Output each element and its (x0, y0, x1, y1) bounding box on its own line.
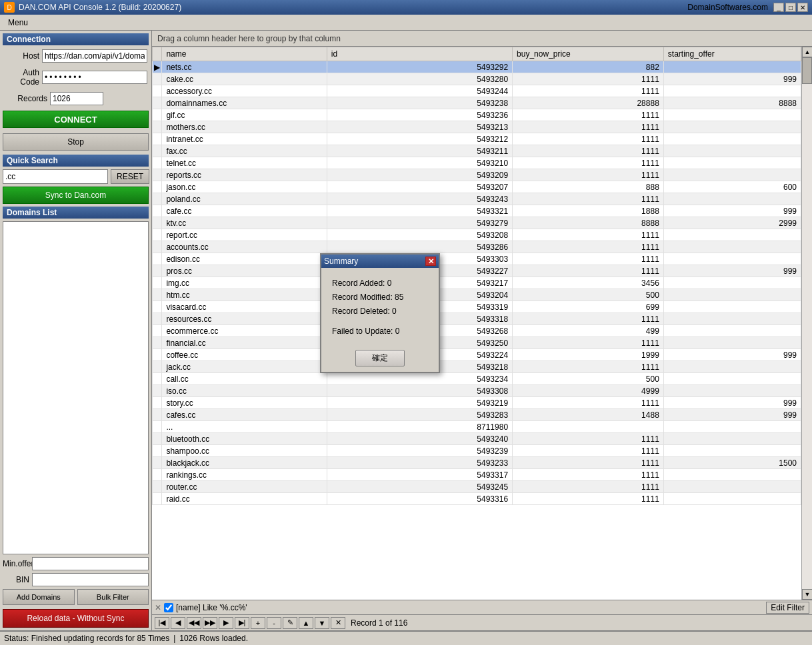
col-starting-offer[interactable]: starting_offer (663, 47, 801, 61)
table-row[interactable]: jason.cc5493207888600 (153, 181, 801, 193)
table-row[interactable]: report.cc54932081111 (153, 229, 801, 241)
vertical-scrollbar[interactable]: ▲ ▼ (801, 47, 812, 600)
table-row[interactable]: resources.cc54933181111 (153, 313, 801, 325)
table-row[interactable]: poland.cc54932431111 (153, 193, 801, 205)
reload-button[interactable]: Reload data - Without Sync (3, 609, 149, 628)
table-row[interactable]: blackjack.cc549323311111500 (153, 457, 801, 469)
nav-cancel-button[interactable]: ▼ (315, 617, 329, 629)
table-row[interactable]: call.cc5493234500 (153, 373, 801, 385)
row-arrow (153, 217, 162, 229)
sync-button[interactable]: Sync to Dan.com (3, 187, 149, 204)
cell-name: reports.cc (162, 169, 327, 181)
table-row[interactable]: reports.cc54932091111 (153, 169, 801, 181)
cell-name: raid.cc (162, 493, 327, 505)
cell-starting-offer (663, 241, 801, 253)
table-row[interactable]: pros.cc54932271111999 (153, 265, 801, 277)
col-id[interactable]: id (327, 47, 512, 61)
cell-name: financial.cc (162, 337, 327, 349)
nav-save-button[interactable]: ▲ (299, 617, 313, 629)
nav-close-button[interactable]: ✕ (331, 617, 345, 629)
stop-button[interactable]: Stop (3, 133, 149, 151)
nav-next-page-button[interactable]: ▶▶ (203, 617, 217, 629)
table-row[interactable]: ...8711980 (153, 421, 801, 433)
add-domains-button[interactable]: Add Domains (3, 589, 75, 605)
table-row[interactable]: coffee.cc54932241999999 (153, 349, 801, 361)
cell-buy-now-price: 1111 (513, 73, 664, 85)
connect-button[interactable]: CONNECT (3, 111, 149, 128)
nav-prev-page-button[interactable]: ◀◀ (187, 617, 201, 629)
nav-add-button[interactable]: + (251, 617, 265, 629)
table-row[interactable]: cafes.cc54932831488999 (153, 409, 801, 421)
cell-buy-now-price: 1111 (513, 109, 664, 121)
table-row[interactable]: ecommerce.cc5493268499 (153, 325, 801, 337)
table-row[interactable]: intranet.cc54932121111 (153, 133, 801, 145)
table-row[interactable]: rankings.cc54933171111 (153, 469, 801, 481)
ok-button[interactable]: 確定 (355, 350, 405, 366)
table-row[interactable]: img.cc54932173456 (153, 277, 801, 289)
table-row[interactable]: cafe.cc54933211888999 (153, 205, 801, 217)
auth-code-input[interactable] (42, 71, 147, 84)
bin-input[interactable] (32, 573, 149, 586)
close-button[interactable]: ✕ (797, 3, 808, 12)
nav-last-button[interactable]: ▶| (235, 617, 249, 629)
minimize-button[interactable]: _ (773, 3, 784, 12)
scroll-thumb[interactable] (802, 57, 812, 84)
domains-textarea[interactable] (3, 221, 149, 554)
host-input[interactable] (42, 49, 147, 63)
scroll-down-button[interactable]: ▼ (802, 589, 812, 600)
table-row[interactable]: htm.cc5493204500 (153, 289, 801, 301)
failed-to-update-text: Failed to Update: 0 (332, 325, 428, 338)
maximize-button[interactable]: □ (785, 3, 796, 12)
col-buy-now-price[interactable]: buy_now_price (513, 47, 664, 61)
nav-delete-button[interactable]: - (267, 617, 281, 629)
nav-first-button[interactable]: |◀ (155, 617, 169, 629)
row-arrow (153, 253, 162, 265)
table-row[interactable]: edison.cc54933031111 (153, 253, 801, 265)
cell-starting-offer (663, 433, 801, 445)
table-row[interactable]: accounts.cc54932861111 (153, 241, 801, 253)
cell-name: cafes.cc (162, 409, 327, 421)
search-input[interactable] (3, 169, 108, 184)
table-row[interactable]: router.cc54932451111 (153, 481, 801, 493)
table-row[interactable]: shampoo.cc54932391111 (153, 445, 801, 457)
brand-label: DomainSoftwares.com (687, 3, 773, 12)
table-row[interactable]: bluetooth.cc54932401111 (153, 433, 801, 445)
table-row[interactable]: raid.cc54933161111 (153, 493, 801, 505)
bulk-filter-button[interactable]: Bulk Filter (77, 589, 149, 605)
cell-id: 5493210 (327, 157, 512, 169)
table-row[interactable]: fax.cc54932111111 (153, 145, 801, 157)
table-row[interactable]: domainnames.cc5493238288888888 (153, 97, 801, 109)
min-offer-input[interactable] (32, 557, 149, 570)
table-row[interactable]: jack.cc54932181111 (153, 361, 801, 373)
table-row[interactable]: iso.cc54933084999 (153, 385, 801, 397)
table-row[interactable]: mothers.cc54932131111 (153, 121, 801, 133)
left-panel: Connection Host Auth Code Records CONNEC… (0, 31, 152, 630)
cell-id: 5493236 (327, 109, 512, 121)
nav-prev-button[interactable]: ◀ (171, 617, 185, 629)
nav-next-button[interactable]: ▶ (219, 617, 233, 629)
nav-edit-button[interactable]: ✎ (283, 617, 297, 629)
table-row[interactable]: accessory.cc54932441111 (153, 85, 801, 97)
table-row[interactable]: ktv.cc549327988882999 (153, 217, 801, 229)
cell-buy-now-price: 1111 (513, 397, 664, 409)
filter-checkbox[interactable] (164, 603, 173, 612)
table-row[interactable]: gif.cc54932361111 (153, 109, 801, 121)
auth-code-row: Auth Code (3, 67, 149, 88)
scroll-up-button[interactable]: ▲ (802, 47, 812, 57)
table-row[interactable]: financial.cc54932501111 (153, 337, 801, 349)
reset-button[interactable]: RESET (111, 169, 149, 184)
connection-section-header: Connection (3, 33, 149, 45)
scroll-track[interactable] (802, 57, 812, 589)
table-row[interactable]: telnet.cc54932101111 (153, 157, 801, 169)
table-row[interactable]: story.cc54932191111999 (153, 397, 801, 409)
menu-item-menu[interactable]: Menu (3, 17, 33, 29)
cell-starting-offer: 2999 (663, 217, 801, 229)
edit-filter-button[interactable]: Edit Filter (766, 602, 809, 614)
table-row[interactable]: cake.cc54932801111999 (153, 73, 801, 85)
col-name[interactable]: name (162, 47, 327, 61)
table-row[interactable]: ▶nets.cc5493292882 (153, 61, 801, 73)
dialog-close-button[interactable]: ✕ (425, 257, 436, 266)
row-arrow (153, 133, 162, 145)
table-row[interactable]: visacard.cc5493319699 (153, 301, 801, 313)
records-input[interactable] (50, 92, 103, 105)
